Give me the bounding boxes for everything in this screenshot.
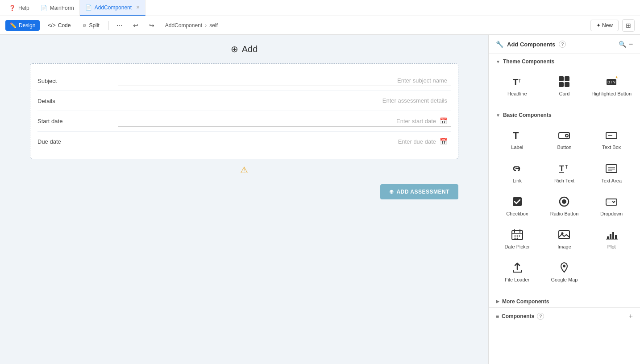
svg-text:★: ★ [615,75,618,79]
checkbox-icon [511,195,524,208]
component-image[interactable]: Image [541,223,588,255]
theme-section-label: Theme Components [503,58,554,65]
svg-point-26 [562,199,566,204]
redo-button[interactable]: ↪ [145,19,158,32]
link-label: Link [513,178,522,184]
svg-text:T: T [513,77,518,87]
details-input[interactable]: Enter assessment details [118,95,451,106]
undo-button[interactable]: ↩ [129,19,142,32]
svg-text:T: T [518,79,521,83]
svg-point-33 [514,236,515,237]
svg-text:T: T [513,130,519,141]
warning-icon: ⚠ [240,165,248,175]
svg-rect-43 [615,235,617,239]
tab-addcomponent[interactable]: 📄 AddComponent ✕ [80,0,145,16]
form-container: Subject Enter subject name Details Enter… [30,63,458,159]
form-row-details: Details Enter assessment details [37,91,451,111]
panel-footer-label: Components [502,313,534,319]
theme-section-header[interactable]: ▼ Theme Components [489,54,640,67]
more-section-header[interactable]: ▶ More Components [489,294,640,307]
tab-help-label: Help [18,5,29,11]
svg-rect-2 [559,76,564,81]
add-title-icon: ⊕ [231,44,238,54]
component-button[interactable]: Button [541,124,588,156]
due-date-input[interactable]: Enter due date 📅 [118,136,451,147]
tab-close-icon[interactable]: ✕ [136,5,140,10]
mainform-icon: 📄 [41,5,47,11]
more-options-button[interactable]: ⋯ [113,19,126,32]
start-date-input[interactable]: Enter start date 📅 [118,116,451,127]
theme-chevron-icon: ▼ [496,59,500,64]
canvas-title: ⊕ Add [231,44,258,54]
start-date-calendar-icon: 📅 [440,117,447,124]
dropdown-icon [605,195,618,208]
component-checkbox[interactable]: Checkbox [494,190,540,222]
component-text-box[interactable]: Text Box [588,124,635,156]
form-row-start-date: Start date Enter start date 📅 [37,111,451,132]
component-plot[interactable]: Plot [588,223,635,255]
panel-footer-add-button[interactable]: + [629,312,633,320]
label-comp-label: Label [511,144,523,150]
component-text-area[interactable]: Text Area [588,157,635,189]
component-headline[interactable]: TT Headline [494,70,540,102]
add-assessment-button[interactable]: ⊕ ADD ASSESSMENT [380,184,458,199]
basic-chevron-icon: ▼ [496,113,500,118]
tab-help[interactable]: ❓ Help [4,0,35,16]
tab-mainform[interactable]: 📄 MainForm [35,0,80,16]
split-button[interactable]: ⧈ Split [79,20,104,31]
due-date-label: Due date [37,138,118,145]
design-button[interactable]: ✏️ Design [5,20,40,31]
component-label[interactable]: T Label [494,124,540,156]
breadcrumb-self: self [209,22,218,29]
google-map-label: Google Map [551,277,578,283]
canvas: ⊕ Add Subject Enter subject name Details… [0,35,488,364]
start-date-placeholder: Enter start date [396,118,436,124]
basic-components-grid: T Label Button [489,121,640,294]
component-date-picker[interactable]: Date Picker [494,223,540,255]
panel-help-icon[interactable]: ? [559,41,566,48]
add-assessment-icon: ⊕ [389,189,394,195]
component-radio-button[interactable]: Radio Button [541,190,588,222]
more-section-label: More Components [502,298,549,305]
panel-title: 🔧 Add Components ? [496,41,566,48]
code-button[interactable]: </> Code [43,20,75,31]
svg-rect-42 [612,232,614,239]
highlighted-button-icon: BTN ★ [605,75,618,88]
panel-footer: ≡ Components ? + [489,307,640,325]
svg-rect-40 [607,236,609,239]
breadcrumb-component: AddComponent [165,22,202,29]
radio-button-icon [558,195,570,208]
date-picker-icon [511,228,524,241]
help-icon: ❓ [9,5,16,11]
text-area-label: Text Area [601,178,622,184]
text-area-icon [605,162,618,175]
components-footer-icon: ≡ [496,313,499,319]
component-google-map[interactable]: Google Map [541,256,588,288]
component-dropdown[interactable]: Dropdown [588,190,635,222]
file-loader-label: File Loader [505,277,529,283]
component-link[interactable]: Link [494,157,540,189]
theme-components-grid: TT Headline Card [489,67,640,108]
warning-area: ⚠ [240,159,248,181]
right-panel: 🔧 Add Components ? 🔍 − ▼ Theme Component… [488,35,640,364]
collapse-icon[interactable]: − [629,40,633,48]
subject-label: Subject [37,78,118,84]
subject-input[interactable]: Enter subject name [118,75,451,86]
component-highlighted-button[interactable]: BTN ★ Highlighted Button [588,70,635,102]
image-icon [558,228,570,241]
footer-help-icon[interactable]: ? [537,313,544,320]
search-icon[interactable]: 🔍 [619,41,626,48]
basic-section-label: Basic Components [503,112,552,118]
component-card[interactable]: Card [541,70,588,102]
start-date-label: Start date [37,118,118,124]
component-rich-text[interactable]: T T Rich Text [541,157,588,189]
component-file-loader[interactable]: File Loader [494,256,540,288]
image-label: Image [557,244,571,250]
layout-toggle-button[interactable]: ⊞ [622,19,635,32]
subject-placeholder: Enter subject name [397,77,447,84]
rich-text-label: Rich Text [554,178,574,184]
svg-point-45 [563,265,565,268]
basic-section-header[interactable]: ▼ Basic Components [489,108,640,121]
new-button[interactable]: ✦ New [590,20,619,31]
headline-icon: TT [511,75,524,88]
